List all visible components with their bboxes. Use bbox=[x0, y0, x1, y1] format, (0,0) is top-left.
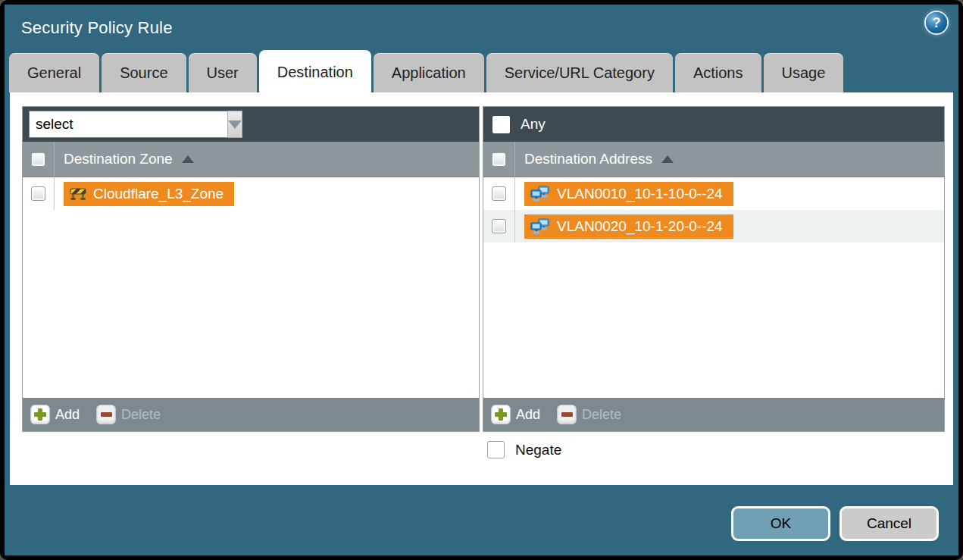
tab-actions[interactable]: Actions bbox=[675, 53, 761, 92]
address-row-checkbox[interactable] bbox=[492, 219, 506, 233]
zone-type-dropdown-button[interactable] bbox=[227, 111, 242, 138]
address-row-check-cell bbox=[483, 210, 515, 242]
table-row: VLAN0020_10-1-20-0--24 bbox=[483, 210, 944, 242]
minus-icon bbox=[557, 405, 577, 424]
cancel-button[interactable]: Cancel bbox=[839, 506, 939, 541]
tab-destination[interactable]: Destination bbox=[259, 50, 371, 92]
zone-item-cloudflare-l3-zone[interactable]: Cloudflare_L3_Zone bbox=[64, 182, 234, 206]
address-item-label: VLAN0010_10-1-10-0--24 bbox=[557, 186, 723, 202]
address-item-vlan0010[interactable]: VLAN0010_10-1-10-0--24 bbox=[524, 182, 733, 206]
any-label: Any bbox=[521, 116, 546, 133]
address-item-label: VLAN0020_10-1-20-0--24 bbox=[557, 218, 723, 235]
address-row-check-cell bbox=[483, 177, 515, 210]
zone-type-select-input[interactable] bbox=[29, 111, 227, 138]
negate-label: Negate bbox=[515, 442, 561, 458]
address-icon bbox=[530, 218, 550, 234]
zone-select-all-checkbox[interactable] bbox=[31, 152, 45, 167]
destination-address-panel: Any Destination Address bbox=[483, 106, 945, 432]
plus-icon bbox=[491, 405, 511, 424]
any-checkbox[interactable] bbox=[492, 116, 510, 133]
zone-add-button[interactable]: Add bbox=[30, 405, 80, 424]
security-policy-rule-dialog: Security Policy Rule ? General Source Us… bbox=[0, 0, 963, 560]
zone-column-title: Destination Zone bbox=[64, 151, 173, 167]
tab-application[interactable]: Application bbox=[374, 53, 484, 92]
tab-source[interactable]: Source bbox=[102, 53, 186, 92]
help-icon[interactable]: ? bbox=[926, 12, 947, 33]
zone-add-label: Add bbox=[55, 407, 80, 423]
zone-row-checkbox[interactable] bbox=[31, 186, 45, 201]
zone-icon bbox=[70, 187, 86, 200]
zone-item-label: Cloudflare_L3_Zone bbox=[93, 186, 224, 202]
zone-row-check-cell bbox=[23, 177, 55, 210]
address-add-button[interactable]: Add bbox=[491, 405, 540, 424]
zone-delete-button[interactable]: Delete bbox=[96, 405, 161, 424]
address-delete-label: Delete bbox=[582, 407, 621, 423]
address-toolbar: Add Delete bbox=[483, 398, 944, 431]
address-row-checkbox[interactable] bbox=[492, 186, 506, 201]
sort-ascending-icon bbox=[182, 155, 194, 163]
tab-general[interactable]: General bbox=[9, 53, 99, 92]
table-row: Cloudflare_L3_Zone bbox=[23, 177, 479, 210]
tab-strip: General Source User Destination Applicat… bbox=[9, 53, 954, 92]
address-panel-header: Any bbox=[483, 107, 944, 142]
dialog-title: Security Policy Rule bbox=[21, 18, 173, 38]
title-bar: Security Policy Rule ? bbox=[5, 5, 958, 53]
sort-ascending-icon bbox=[661, 155, 674, 163]
minus-icon bbox=[96, 405, 116, 424]
address-item-vlan0020[interactable]: VLAN0020_10-1-20-0--24 bbox=[524, 214, 733, 239]
address-column-title: Destination Address bbox=[524, 151, 652, 167]
ok-button[interactable]: OK bbox=[731, 506, 830, 541]
tab-user[interactable]: User bbox=[189, 53, 257, 92]
table-row: VLAN0010_10-1-10-0--24 bbox=[483, 177, 944, 210]
zone-column-header[interactable]: Destination Zone bbox=[23, 142, 479, 177]
negate-checkbox[interactable] bbox=[487, 441, 505, 458]
address-header-check-cell bbox=[483, 142, 515, 177]
zone-delete-label: Delete bbox=[121, 407, 161, 423]
plus-icon bbox=[30, 405, 50, 424]
address-add-label: Add bbox=[516, 407, 540, 423]
address-delete-button[interactable]: Delete bbox=[557, 405, 621, 424]
address-list: VLAN0010_10-1-10-0--24 bbox=[483, 177, 944, 398]
address-icon bbox=[530, 186, 550, 202]
zone-type-combo bbox=[29, 111, 226, 138]
tab-service-url-category[interactable]: Service/URL Category bbox=[486, 53, 673, 92]
zone-list: Cloudflare_L3_Zone bbox=[23, 177, 479, 398]
tab-usage[interactable]: Usage bbox=[764, 53, 844, 92]
zone-toolbar: Add Delete bbox=[23, 398, 479, 431]
tab-content-destination: Destination Zone bbox=[10, 92, 953, 485]
address-column-header[interactable]: Destination Address bbox=[483, 142, 944, 177]
chevron-down-icon bbox=[228, 120, 242, 129]
address-select-all-checkbox[interactable] bbox=[492, 152, 506, 167]
zone-header-check-cell bbox=[23, 142, 55, 177]
zone-panel-header bbox=[23, 107, 479, 142]
negate-row: Negate bbox=[487, 441, 561, 458]
dialog-frame: Security Policy Rule ? General Source Us… bbox=[5, 5, 958, 555]
destination-zone-panel: Destination Zone bbox=[22, 106, 480, 432]
